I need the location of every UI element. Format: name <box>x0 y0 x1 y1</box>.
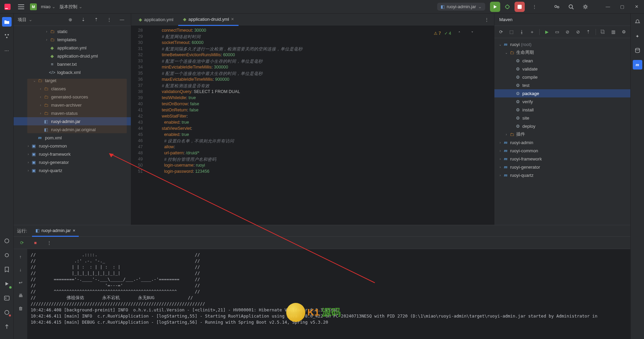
chevron-down-icon[interactable]: ⌄ <box>29 17 32 22</box>
tree-item-banner-txt[interactable]: ≡banner.txt <box>14 60 131 68</box>
maven-generate-icon[interactable]: ⬚ <box>508 27 514 37</box>
maven-tool-icon[interactable]: m <box>633 60 642 70</box>
code-with-me-icon[interactable] <box>552 2 562 12</box>
maximize-icon[interactable]: ▢ <box>617 2 627 12</box>
maven-item-package[interactable]: ⚙package <box>494 89 630 97</box>
tree-item-templates[interactable]: ›🗀templates <box>14 35 131 44</box>
maven-item-ruoyi-framework[interactable]: ›mruoyi-framework <box>494 155 630 163</box>
tree-item-ruoyi-admin-jar-original[interactable]: ◧ruoyi-admin.jar.original <box>14 125 131 134</box>
tabs-more-icon[interactable]: ⋮ <box>482 15 491 25</box>
stop-run-icon[interactable]: ■ <box>31 238 40 248</box>
maven-item--[interactable]: ›🗀插件 <box>494 130 630 138</box>
maven-item--[interactable]: ⌄🗀生命周期 <box>494 48 630 57</box>
hide-panel-icon[interactable]: — <box>117 15 127 25</box>
maven-run-icon[interactable]: ▶ <box>544 27 550 37</box>
maven-download-icon[interactable]: ⭳ <box>519 27 525 37</box>
jetbrains-icon[interactable] <box>3 2 12 12</box>
tree-item-ruoyi-admin-jar[interactable]: ◧ruoyi-admin.jar <box>14 117 131 125</box>
maven-item-ruoyi-generator[interactable]: ›mruoyi-generator <box>494 163 630 171</box>
run-button[interactable] <box>490 2 500 12</box>
close-icon[interactable]: × <box>73 228 76 233</box>
tree-item-static[interactable]: ›🗀static <box>14 27 131 35</box>
scroll-up-icon[interactable]: ↑ <box>16 252 25 261</box>
close-icon[interactable]: × <box>231 16 234 22</box>
warnings-badge[interactable]: ⚠ 7 <box>434 31 441 36</box>
rerun-icon[interactable]: ⟳ <box>17 238 27 248</box>
editor-tab[interactable]: ◆application.yml <box>134 14 178 26</box>
next-highlight-icon[interactable]: ˅ <box>467 29 477 38</box>
tree-item-ruoyi-quartz[interactable]: ›▣ruoyi-quartz <box>14 166 131 174</box>
maven-item-clean[interactable]: ⚙clean <box>494 57 630 65</box>
maven-offline-icon[interactable]: ⊘ <box>575 27 581 37</box>
checks-badge[interactable]: ✓ 4 <box>444 31 451 36</box>
problems-tool-icon[interactable] <box>2 308 12 317</box>
editor-tab[interactable]: ◆application-druid.yml× <box>178 14 239 26</box>
run-tool-icon[interactable] <box>2 279 12 289</box>
settings-icon[interactable] <box>581 2 590 12</box>
tree-item-target[interactable]: ⌄🗀target <box>14 76 131 84</box>
project-tool-icon[interactable] <box>2 17 12 27</box>
database-icon[interactable] <box>633 46 642 55</box>
search-icon[interactable] <box>566 2 576 12</box>
tree-item-application-druid-yml[interactable]: ◆application-druid.yml <box>14 52 131 60</box>
debug-tool-icon[interactable] <box>2 250 12 260</box>
maven-item-ruoyi-common[interactable]: ›mruoyi-common <box>494 147 630 155</box>
maven-item-deploy[interactable]: ⚙deploy <box>494 122 630 130</box>
maven-item-compile[interactable]: ⚙compile <box>494 73 630 81</box>
stop-button[interactable] <box>515 2 525 12</box>
print-icon[interactable]: 🖶 <box>16 291 25 300</box>
tree-item-ruoyi-framework[interactable]: ›▣ruoyi-framework <box>14 150 131 158</box>
maven-add-icon[interactable]: ＋ <box>529 27 535 37</box>
run-configuration[interactable]: ◧ ruoyi-admin.jar ⌄ <box>437 3 485 11</box>
soft-wrap-icon[interactable]: ↩ <box>16 278 25 287</box>
minimize-icon[interactable]: — <box>603 2 613 12</box>
hamburger-icon[interactable] <box>16 2 26 12</box>
maven-graph-icon[interactable]: ⿻ <box>600 27 606 37</box>
vcs-dropdown[interactable]: 版本控制⌄ <box>60 4 82 10</box>
maven-item-install[interactable]: ⚙install <box>494 106 630 114</box>
maven-item-ruoyi-admin[interactable]: ›mruoyi-admin <box>494 138 630 147</box>
console-output[interactable]: // .::::. // // .:' .-. '-._ // // | | :… <box>27 249 630 339</box>
structure-tool-icon[interactable] <box>2 31 12 41</box>
tree-item-generated-sources[interactable]: ›🗀generated-sources <box>14 93 131 101</box>
tree-item-ruoyi-common[interactable]: ›▣ruoyi-common <box>14 142 131 150</box>
tree-item-logback-xml[interactable]: </>logback.xml <box>14 68 131 76</box>
tree-item-pom-xml[interactable]: mpom.xml <box>14 134 131 142</box>
maven-item-test[interactable]: ⚙test <box>494 81 630 89</box>
close-window-icon[interactable]: ✕ <box>632 2 641 12</box>
maven-item-verify[interactable]: ⚙verify <box>494 97 630 106</box>
scroll-down-icon[interactable]: ↓ <box>16 265 25 274</box>
locate-icon[interactable]: ⊕ <box>65 15 75 25</box>
maven-item-site[interactable]: ⚙site <box>494 114 630 122</box>
maven-item-ruoyi-quartz[interactable]: ›mruoyi-quartz <box>494 171 630 179</box>
more-icon[interactable]: ⋮ <box>530 2 539 12</box>
panel-more-icon[interactable]: ⋮ <box>104 15 114 25</box>
ai-icon[interactable]: ✦ <box>633 31 642 41</box>
maven-refresh-icon[interactable]: ⟳ <box>498 27 504 37</box>
prev-highlight-icon[interactable]: ˄ <box>455 29 464 38</box>
maven-item-validate[interactable]: ⚙validate <box>494 65 630 73</box>
tree-item-maven-archiver[interactable]: ›🗀maven-archiver <box>14 101 131 109</box>
tree-item-application-yml[interactable]: ◆application.yml <box>14 44 131 52</box>
tree-item-ruoyi-generator[interactable]: ›▣ruoyi-generator <box>14 158 131 166</box>
tree-item-maven-status[interactable]: ›🗀maven-status <box>14 109 131 117</box>
services-icon[interactable] <box>2 236 12 246</box>
notifications-icon[interactable] <box>633 17 642 27</box>
git-tool-icon[interactable] <box>2 322 12 332</box>
run-tab[interactable]: ◧ ruoyi-admin.jar × <box>32 225 79 237</box>
more-tools-icon[interactable]: ⋯ <box>2 46 12 55</box>
maven-skip-tests-icon[interactable]: ⊘ <box>564 27 570 37</box>
maven-exec-icon[interactable]: ▭ <box>554 27 560 37</box>
run-more-icon[interactable]: ⋮ <box>44 238 54 248</box>
bookmarks-icon[interactable] <box>2 265 12 274</box>
maven-settings-icon[interactable]: ⚙ <box>620 27 627 37</box>
maven-collapse-icon[interactable]: ⇡ <box>585 27 591 37</box>
terminal-tool-icon[interactable] <box>2 293 12 303</box>
collapse-icon[interactable]: ⇡ <box>91 15 101 25</box>
project-selector[interactable]: miao⌄ <box>41 4 56 9</box>
debug-button[interactable] <box>502 2 512 12</box>
clear-icon[interactable]: 🗑 <box>16 304 25 313</box>
tree-item-classes[interactable]: ›🗀classes <box>14 84 131 93</box>
expand-icon[interactable]: ⇣ <box>78 15 88 25</box>
maven-item-ruoyi[interactable]: ⌄mruoyi (root) <box>494 40 630 48</box>
